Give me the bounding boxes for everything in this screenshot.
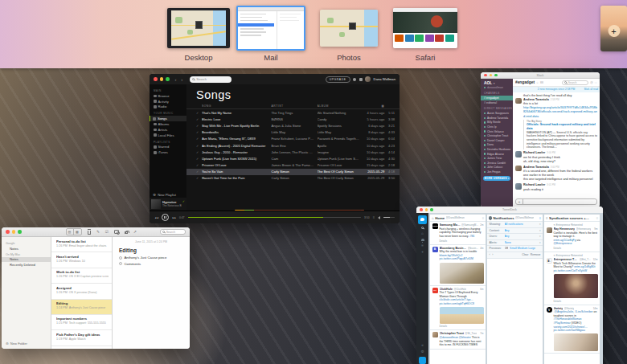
remove-column-button[interactable]: Remove [531, 253, 541, 256]
notifications-bell-icon[interactable] [353, 78, 356, 81]
avatar[interactable] [365, 76, 371, 82]
checklist-item[interactable]: Anthony's Just Cause piece [119, 256, 190, 260]
sidebar-item[interactable]: Local Files [150, 133, 186, 138]
channel-item[interactable]: # editorial [481, 100, 513, 105]
message-input[interactable]: + [515, 198, 597, 205]
tweet-details-link[interactable]: Details [440, 325, 484, 328]
tweet-link[interactable]: clickhole.com/article/7-typ… [440, 298, 473, 301]
close-button[interactable] [154, 77, 158, 81]
song-row[interactable]: ✓ That's Not My Name The Ting Tings We S… [186, 109, 400, 116]
avatar[interactable] [515, 166, 522, 172]
new-note-icon[interactable]: ✎ [96, 230, 100, 234]
list-icon[interactable]: ≡ [421, 244, 424, 248]
share-icon[interactable]: ↗ [133, 230, 137, 234]
attach-plus-icon[interactable]: + [516, 199, 523, 204]
nav-back-forward-icons[interactable]: ‹ › [175, 77, 185, 82]
view-toggle[interactable]: ▤ ▦ [66, 228, 82, 235]
tweet[interactable]: V Variety@Variety14m .@AngelinaJolie, #L… [544, 305, 600, 354]
tweet-details-link[interactable]: Details [440, 239, 484, 243]
song-row[interactable]: ✓ An Ending (Ascent) - 2005 Digital Rema… [186, 142, 400, 149]
column-settings-icon[interactable]: ≡ [596, 216, 598, 220]
sidebar-item[interactable]: Songs [150, 116, 186, 121]
sidebar-item[interactable]: Starred [150, 145, 186, 150]
tweet-image[interactable] [440, 263, 484, 284]
track-check-icon[interactable]: ✓ [196, 170, 202, 174]
add-space-icon[interactable]: + [608, 25, 620, 37]
notifications-bell-icon[interactable] [421, 239, 424, 242]
tweet-pic-link[interactable]: pic.twitter.com/5wtfWqpau [554, 329, 585, 332]
message-author[interactable]: Andrew Tarantola [523, 166, 549, 169]
slack-search-input[interactable]: Search [562, 80, 588, 85]
tweet-pic-link[interactable]: pic.twitter.com/PqquB7zIUM [440, 257, 473, 260]
track-check-icon[interactable]: ✓ [196, 130, 202, 134]
mention-link[interactable]: @danawollman @bheater [440, 336, 472, 339]
channel-name[interactable]: #engadget [515, 80, 535, 84]
collapse-icon[interactable]: « [421, 344, 424, 348]
column-header[interactable]: ⌂ Home @DanaWollman ≡ [430, 215, 486, 222]
photo-icon[interactable] [114, 230, 119, 233]
window-controls[interactable] [6, 230, 22, 234]
column-song[interactable]: SONG [202, 104, 272, 108]
tweet-link[interactable]: bloom.bg/1SvhQc2 [440, 254, 463, 257]
delete-note-icon[interactable] [88, 231, 92, 235]
message-author[interactable]: Richard Lawler [523, 151, 545, 154]
add-space-tile[interactable]: + [600, 6, 627, 51]
note-list-item[interactable]: Hasn't arrived 1:26 PMWindows 10 [51, 252, 112, 268]
tweet-link[interactable]: variety.com/2015/tv/news/… [554, 325, 588, 329]
song-row[interactable]: ✓ Uptown Funk (Live from SXSW 2015) Cam … [186, 155, 400, 162]
message-author[interactable]: Richard Lawler [523, 183, 545, 186]
track-check-icon[interactable]: ✓ [196, 144, 202, 148]
note-list-item[interactable]: Personal to-do list 1:26 PMEmail buyer a… [51, 237, 112, 252]
setting-value[interactable]: Any [505, 229, 510, 232]
space-label-photos[interactable]: Photos [337, 53, 361, 62]
list-view-icon[interactable]: ▤ [67, 229, 74, 235]
folder-item[interactable]: Recently Deleted [2, 262, 51, 268]
more-options-icon[interactable]: ⋯ [595, 81, 597, 84]
star-icon[interactable]: ☆ [536, 81, 539, 84]
song-row[interactable]: ✓ Jealous Guy - 2010 - Remaster John Len… [186, 149, 400, 155]
dms-header[interactable]: DIRECT MESSAGES [481, 107, 513, 110]
song-row[interactable]: ✓ Electric Love BØRNS Candy 5 hours ago … [186, 116, 400, 122]
tweet-image[interactable] [440, 307, 484, 324]
sidebar-item[interactable]: Activity [150, 99, 186, 104]
current-user[interactable]: danawollman [481, 86, 513, 89]
new-playlist-button[interactable]: ⊕ New Playlist [150, 192, 186, 197]
sidebar-item[interactable]: Artists [150, 127, 186, 133]
tweet[interactable]: CH ClickHole@ClickHole6m The 7 Types Of … [430, 286, 486, 331]
avatar[interactable] [515, 98, 522, 104]
tweet-image[interactable] [554, 274, 598, 298]
pause-button[interactable] [162, 214, 169, 221]
grid-view-icon[interactable]: ▦ [74, 229, 81, 235]
space-label-desktop[interactable]: Desktop [185, 53, 213, 62]
lock-icon[interactable] [125, 231, 128, 234]
tweet-image[interactable] [554, 333, 598, 351]
checklist-icon[interactable]: ☑ [105, 230, 109, 234]
track-check-icon[interactable]: ✓ [196, 137, 202, 141]
tweet[interactable]: ↻ Entrepreneur Retweeted Ray Hennessey@r… [544, 222, 600, 252]
checklist-item[interactable]: Comments [119, 262, 190, 266]
previews-sizes[interactable]: Small Medium Large [510, 247, 535, 250]
note-list-item[interactable]: Pick Father's Day gift ideas 1:19 PMAppl… [51, 330, 112, 346]
spotify-username[interactable]: Dana Wollman [374, 77, 395, 81]
setting-value[interactable]: None [505, 241, 511, 244]
song-row[interactable]: ✓ Stay With Me - Live From Spotify Berli… [186, 122, 400, 129]
tweet-details-link[interactable]: Details [554, 300, 598, 303]
zoom-button[interactable] [18, 230, 22, 234]
queue-icon[interactable]: ≡ [373, 215, 375, 219]
folder-item[interactable]: Notes [2, 246, 51, 252]
member-count[interactable]: 88 [540, 81, 543, 84]
previews-off[interactable]: Off [505, 247, 509, 250]
column-header[interactable]: Notifications @DanaWollman ≡ [487, 215, 543, 222]
previous-track-icon[interactable]: ◄◄ [154, 216, 158, 219]
sidebar-item[interactable]: iTunes [150, 149, 186, 155]
team-menu[interactable]: AOL ▾ [481, 81, 513, 85]
track-check-icon[interactable]: ✓ [196, 176, 202, 180]
song-row[interactable]: ✓ Ave Maria, "Ellens Gesang III", D839 F… [186, 136, 400, 142]
tweet-author[interactable]: ClickHole [440, 288, 453, 291]
space-label-mail[interactable]: Mail [264, 53, 277, 62]
attachment-title[interactable]: Officials: Second hack exposed military … [527, 123, 597, 131]
column-settings-icon[interactable]: ≡ [482, 216, 484, 220]
message-link[interactable]: http://bigstory.ap.org/article/30379977d… [523, 106, 597, 119]
new-folder-button[interactable]: ⊕ New Folder [6, 342, 27, 346]
sidebar-item[interactable]: Radio [150, 104, 186, 110]
